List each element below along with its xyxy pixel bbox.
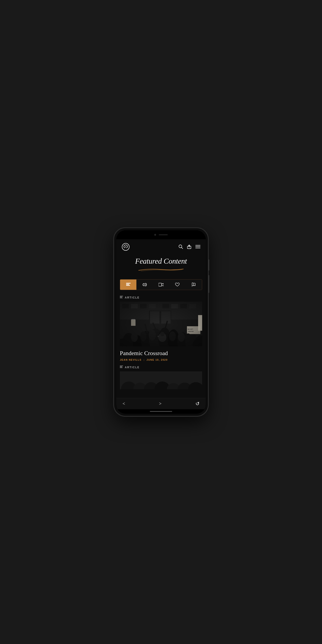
search-icon[interactable]	[178, 244, 183, 250]
phone-screen: Featured Content	[116, 230, 206, 414]
share-icon[interactable]	[187, 244, 192, 250]
tabs-container	[120, 279, 202, 290]
svg-rect-54	[120, 366, 123, 366]
browser-bar: < > ↺	[116, 398, 206, 409]
logo[interactable]	[122, 243, 130, 251]
article-1[interactable]: ARTICLE	[116, 293, 206, 361]
article-image-2	[120, 372, 202, 389]
reload-button[interactable]: ↺	[196, 401, 200, 407]
featured-title: Featured Content	[122, 257, 200, 266]
forward-button[interactable]: >	[159, 401, 162, 406]
status-bar	[116, 230, 206, 239]
tab-books[interactable]	[186, 280, 202, 290]
article-icon-2	[120, 366, 123, 369]
home-indicator	[116, 409, 206, 414]
tab-favorites[interactable]	[169, 280, 186, 290]
svg-point-0	[125, 246, 126, 247]
nav-icons	[178, 244, 200, 250]
article-separator-1: |	[144, 358, 144, 361]
speaker	[159, 234, 168, 235]
article-type-1: ARTICLE	[125, 296, 140, 299]
menu-icon[interactable]	[196, 245, 200, 249]
featured-section: Featured Content	[116, 254, 206, 276]
article-type-2: ARTICLE	[125, 366, 140, 369]
phone-device: Featured Content	[114, 228, 208, 416]
tab-video[interactable]	[153, 280, 169, 290]
tab-articles[interactable]	[120, 280, 136, 290]
article-date-1: JUNE 10, 2020	[146, 358, 168, 361]
svg-rect-9	[126, 284, 129, 285]
svg-rect-55	[120, 366, 122, 367]
screen-content[interactable]: Featured Content	[116, 239, 206, 398]
article-icon-1	[120, 296, 123, 300]
article-label-1: ARTICLE	[120, 296, 202, 300]
article-2[interactable]: ARTICLE	[116, 361, 206, 389]
article-meta-1: JEAN NEVILLS | JUNE 10, 2020	[120, 358, 202, 361]
svg-rect-8	[126, 283, 130, 284]
article-title-1[interactable]: Pandemic Crossroad	[120, 350, 202, 357]
svg-rect-12	[120, 296, 123, 296]
article-image-1: WE CAN'T BREATHE	[120, 302, 202, 346]
svg-rect-10	[126, 285, 130, 286]
front-camera	[154, 234, 156, 236]
svg-rect-11	[158, 283, 162, 286]
nav-bar	[116, 239, 206, 254]
back-button[interactable]: <	[122, 401, 125, 406]
svg-rect-13	[120, 297, 122, 298]
svg-rect-14	[120, 298, 122, 298]
notch	[145, 232, 177, 237]
article-label-2: ARTICLE	[120, 366, 202, 369]
tab-audio[interactable]	[136, 280, 153, 290]
svg-rect-56	[120, 368, 122, 368]
svg-line-2	[182, 247, 183, 249]
svg-rect-53	[120, 302, 202, 346]
home-bar	[150, 411, 172, 412]
logo-icon	[122, 243, 130, 251]
underline-decoration	[136, 268, 186, 272]
article-author-1: JEAN NEVILLS	[120, 358, 142, 361]
